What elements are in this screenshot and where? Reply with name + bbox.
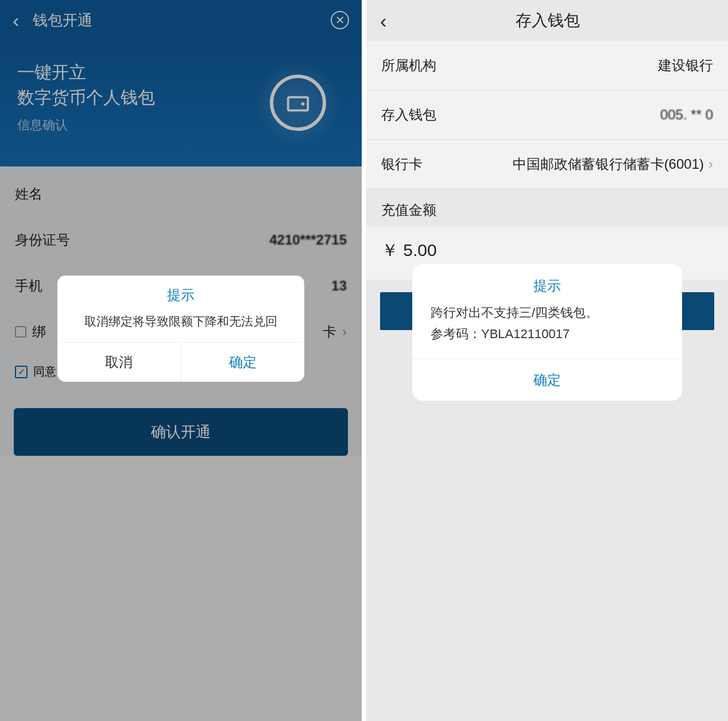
modal-overlay: 提示 跨行对出不支持三/四类钱包。 参考码：YBLA12110017 确定 — [366, 0, 728, 721]
screen-wallet-open: ‹ 钱包开通 ✕ 一键开立 数字货币个人钱包 信息确认 姓名 身份证号 4210… — [0, 0, 362, 721]
dialog-title: 提示 — [57, 276, 304, 310]
dialog-line1: 跨行对出不支持三/四类钱包。 — [431, 302, 664, 323]
dialog-line2: 参考码：YBLA12110017 — [431, 323, 664, 344]
screen-deposit: ‹ 存入钱包 所属机构 建设银行 存入钱包 005. ** 0 银行卡 中国邮政… — [366, 0, 728, 721]
ok-button[interactable]: 确定 — [412, 359, 682, 401]
confirm-dialog: 提示 取消绑定将导致限额下降和无法兑回 取消 确定 — [57, 276, 304, 382]
dialog-body: 取消绑定将导致限额下降和无法兑回 — [57, 310, 304, 342]
modal-overlay: 提示 取消绑定将导致限额下降和无法兑回 取消 确定 — [0, 0, 362, 721]
info-dialog: 提示 跨行对出不支持三/四类钱包。 参考码：YBLA12110017 确定 — [412, 264, 682, 401]
dialog-body: 跨行对出不支持三/四类钱包。 参考码：YBLA12110017 — [412, 302, 682, 359]
cancel-button[interactable]: 取消 — [57, 343, 181, 382]
ok-button[interactable]: 确定 — [181, 343, 305, 382]
dialog-title: 提示 — [412, 264, 682, 302]
dialog-actions: 取消 确定 — [57, 342, 304, 382]
